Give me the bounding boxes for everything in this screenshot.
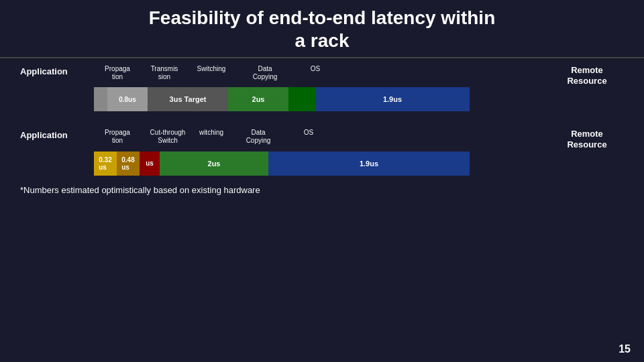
app-label-1: Application bbox=[20, 65, 94, 77]
seg-label-sw2: witching bbox=[195, 129, 228, 137]
seg-label-trans1: Transmission bbox=[141, 65, 188, 81]
seg-os1 bbox=[288, 87, 315, 111]
remote-label-1: Remote Resource bbox=[550, 65, 624, 86]
seg-label-os1: OS bbox=[295, 65, 335, 73]
seg-prop1 bbox=[94, 87, 107, 111]
seg-data2: 2us bbox=[160, 152, 268, 176]
seg-blue2: 1.9us bbox=[268, 152, 470, 176]
seg-label-prop2: Propagation bbox=[94, 129, 141, 145]
diagram2: Application Propagation Cut-throughSwitc… bbox=[20, 129, 624, 175]
seg-label-data1: DataCopying bbox=[235, 65, 295, 81]
remote-label-2: Remote Resource bbox=[550, 129, 624, 149]
footnote: *Numbers estimated optimistically based … bbox=[20, 185, 624, 195]
seg-label-prop1: Propagation bbox=[94, 65, 141, 81]
seg-target1: 3us Target bbox=[148, 87, 228, 111]
seg-blue1: 1.9us bbox=[315, 87, 470, 111]
seg-data1: 2us bbox=[228, 87, 288, 111]
seg-prop2a: 0.32us bbox=[94, 152, 117, 176]
seg-trans1: 0.8us bbox=[107, 87, 148, 111]
seg-cut2: us bbox=[140, 152, 160, 176]
diagram1: Application Propagation Transmission Swi… bbox=[20, 65, 624, 111]
app-label-2: Application bbox=[20, 129, 94, 141]
seg-prop2b: 0.48us bbox=[117, 152, 140, 176]
seg-label-cut2: Cut-throughSwitch bbox=[141, 129, 195, 145]
header: Feasibility of end-to-end latency within… bbox=[0, 0, 644, 58]
seg-label-data2: DataCopying bbox=[228, 129, 288, 145]
seg-label-os2: OS bbox=[288, 129, 329, 137]
seg-label-switch1: Switching bbox=[188, 65, 235, 73]
page-number: 15 bbox=[619, 343, 631, 355]
page-title: Feasibility of end-to-end latency within… bbox=[13, 7, 631, 52]
